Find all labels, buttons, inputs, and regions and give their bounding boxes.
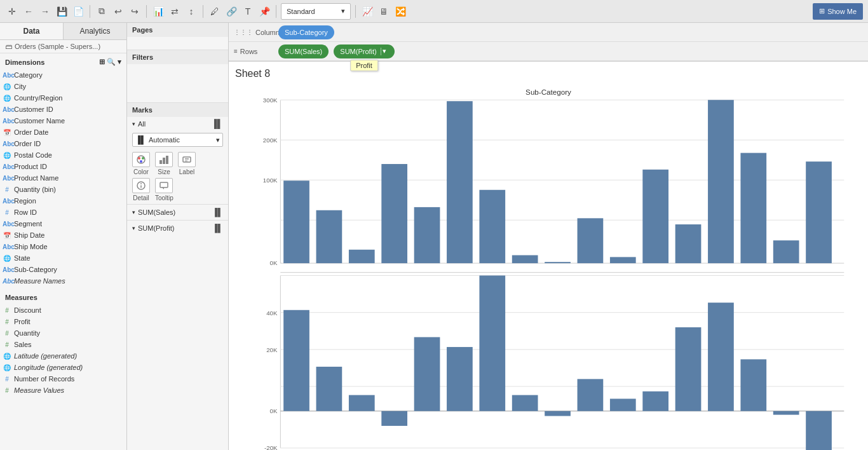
grid-icon[interactable]: ⊞ — [99, 58, 105, 66]
tab-analytics[interactable]: Analytics — [64, 23, 126, 39]
bar-machines-sales[interactable] — [642, 170, 668, 263]
tab-data[interactable]: Data — [0, 23, 64, 39]
bar-binders-sales[interactable] — [381, 164, 407, 263]
pill-dropdown[interactable]: ▾ — [381, 48, 388, 55]
bar-envelopes-sales[interactable] — [512, 256, 538, 264]
undo-icon[interactable]: ↩ — [111, 4, 125, 18]
bar-paper-profit[interactable] — [675, 327, 702, 411]
standard-dropdown[interactable]: Standard ▾ — [281, 3, 351, 20]
bar-copiers-sales[interactable] — [479, 190, 505, 263]
bar-chairs-sales[interactable] — [447, 101, 473, 263]
rows-pill-profit[interactable]: SUM(Profit) ▾ Profit — [334, 44, 394, 58]
bar-phones-profit[interactable] — [708, 303, 734, 411]
bar-art-profit[interactable] — [349, 395, 375, 411]
bar-bookcases-sales[interactable] — [414, 207, 440, 263]
bar-machines-profit[interactable] — [642, 392, 668, 411]
marks-color-btn[interactable]: Color — [132, 152, 150, 175]
show-me-button[interactable]: ⊞ Show Me — [813, 3, 863, 20]
bar-bookcases-profit[interactable] — [414, 337, 440, 411]
bar-copiers-profit[interactable] — [479, 276, 505, 411]
marks-type-select[interactable]: ▐▌ Automatic ▾ — [132, 133, 223, 147]
meas-latitude[interactable]: 🌐Latitude (generated) — [0, 350, 126, 362]
dim-sub-category[interactable]: AbcSub-Category — [0, 264, 126, 275]
dim-postal[interactable]: 🌐Postal Code — [0, 149, 126, 161]
bar-accessories-profit[interactable] — [283, 310, 309, 411]
bar-labels-profit[interactable] — [610, 399, 636, 411]
dim-product-name[interactable]: AbcProduct Name — [0, 172, 126, 184]
forward-icon[interactable]: → — [38, 4, 52, 18]
columns-pill[interactable]: Sub-Category — [278, 25, 334, 39]
dim-order-date[interactable]: 📅Order Date — [0, 126, 126, 138]
redo-icon[interactable]: ↪ — [128, 4, 142, 18]
bar-storage-sales[interactable] — [740, 153, 766, 264]
marks-sum-sales-row[interactable]: ▾ SUM(Sales) ▐▌ — [132, 207, 223, 218]
present-icon[interactable]: 🖥 — [377, 4, 391, 18]
dim-row-id[interactable]: #Row ID — [0, 207, 126, 218]
dim-region[interactable]: AbcRegion — [0, 195, 126, 207]
rows-pill-sales[interactable]: SUM(Sales) — [278, 44, 329, 58]
dim-ship-date[interactable]: 📅Ship Date — [0, 229, 126, 241]
bar-fasteners-sales[interactable] — [545, 262, 571, 263]
analytics-icon[interactable]: 📈 — [360, 4, 374, 18]
bar-phones-sales[interactable] — [708, 100, 734, 263]
bar-appliances-profit[interactable] — [316, 367, 342, 411]
move-icon[interactable]: ✛ — [5, 4, 19, 18]
dim-quantity-bin[interactable]: #Quantity (bin) — [0, 184, 126, 195]
dim-order-id[interactable]: AbcOrder ID — [0, 138, 126, 149]
back-icon[interactable]: ← — [22, 4, 36, 18]
duplicate-icon[interactable]: ⧉ — [95, 4, 109, 18]
meas-discount[interactable]: #Discount — [0, 304, 126, 316]
dim-product-id[interactable]: AbcProduct ID — [0, 161, 126, 172]
bar-supplies-profit[interactable] — [773, 411, 799, 415]
swap-icon[interactable]: ⇄ — [168, 4, 182, 18]
bar-tables-sales[interactable] — [806, 161, 832, 263]
dim-ship-mode[interactable]: AbcShip Mode — [0, 241, 126, 252]
dim-customer-id[interactable]: AbcCustomer ID — [0, 104, 126, 115]
search-icon[interactable]: 🔍 — [107, 58, 116, 66]
marks-detail-btn[interactable]: Detail — [132, 178, 150, 201]
marks-size-btn[interactable]: Size — [155, 152, 173, 175]
bar-paper-sales[interactable] — [675, 224, 702, 263]
data-source[interactable]: 🗃 Orders (Sample - Supers...) — [0, 40, 126, 53]
marks-label-btn[interactable]: Label — [178, 152, 196, 175]
highlighter-icon[interactable]: 🖊 — [208, 4, 222, 18]
marks-all-row[interactable]: ▾ All ▐▌ — [127, 117, 228, 130]
bar-fasteners-profit[interactable] — [545, 411, 571, 416]
bar-furnishings-profit[interactable] — [578, 379, 604, 411]
chevron-up-icon[interactable]: ▾ — [118, 58, 121, 66]
dim-state[interactable]: 🌐State — [0, 252, 126, 264]
meas-num-records[interactable]: #Number of Records — [0, 373, 126, 385]
pin-icon[interactable]: 📌 — [257, 4, 271, 18]
save-icon[interactable]: 💾 — [55, 4, 69, 18]
marks-tooltip-btn[interactable]: Tooltip — [155, 178, 173, 201]
marks-sum-profit-row[interactable]: ▾ SUM(Profit) ▐▌ — [132, 222, 223, 234]
dim-category[interactable]: AbcCategory — [0, 69, 126, 81]
dim-customer-name[interactable]: AbcCustomer Name — [0, 115, 126, 126]
bar-furnishings-sales[interactable] — [578, 218, 604, 263]
meas-measure-values[interactable]: #Measure Values — [0, 385, 126, 396]
link-icon[interactable]: 🔗 — [224, 4, 238, 18]
dim-segment[interactable]: AbcSegment — [0, 218, 126, 229]
bar-labels-sales[interactable] — [610, 257, 636, 263]
new-icon[interactable]: 📄 — [71, 4, 85, 18]
meas-quantity[interactable]: #Quantity — [0, 327, 126, 339]
bar-storage-profit[interactable] — [740, 359, 766, 411]
bar-supplies-sales[interactable] — [773, 240, 799, 263]
share-icon[interactable]: 🔀 — [393, 4, 407, 18]
bar-accessories-sales[interactable] — [283, 181, 309, 263]
dim-city[interactable]: 🌐City — [0, 81, 126, 92]
meas-sales[interactable]: #Sales — [0, 339, 126, 350]
sort-icon[interactable]: ↕ — [184, 4, 198, 18]
bar-envelopes-profit[interactable] — [512, 395, 538, 411]
meas-longitude[interactable]: 🌐Longitude (generated) — [0, 362, 126, 373]
dim-measure-names[interactable]: AbcMeasure Names — [0, 275, 126, 287]
meas-profit[interactable]: #Profit — [0, 316, 126, 327]
bar-chairs-profit[interactable] — [447, 347, 473, 411]
dim-country[interactable]: 🌐Country/Region — [0, 92, 126, 104]
bar-appliances-sales[interactable] — [316, 210, 342, 263]
bar-art-sales[interactable] — [349, 250, 375, 263]
bar-binders-profit[interactable] — [381, 411, 407, 426]
bar-tables-profit[interactable] — [806, 411, 832, 450]
text-icon[interactable]: T — [241, 4, 255, 18]
bar-chart-icon[interactable]: 📊 — [151, 4, 165, 18]
